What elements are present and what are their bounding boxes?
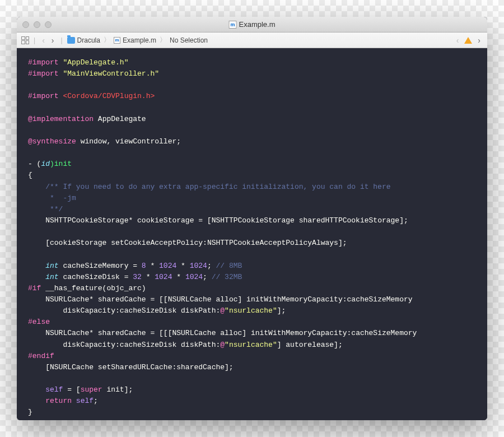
warning-icon[interactable] bbox=[464, 37, 472, 44]
zoom-button[interactable] bbox=[45, 21, 52, 28]
minimize-button[interactable] bbox=[34, 21, 40, 28]
breadcrumb-project[interactable]: Dracula bbox=[77, 36, 100, 44]
separator: | bbox=[34, 36, 35, 44]
project-icon bbox=[67, 37, 75, 44]
chevron-right-icon: 〉 bbox=[160, 35, 166, 45]
chevron-right-icon: 〉 bbox=[104, 35, 110, 45]
xcode-window: m Example.m | ‹ › | Dracula 〉 m Example.… bbox=[17, 17, 487, 420]
breadcrumb-bar: | ‹ › | Dracula 〉 m Example.m 〉 No Selec… bbox=[17, 32, 487, 48]
breadcrumb-selection[interactable]: No Selection bbox=[170, 36, 208, 44]
forward-button[interactable]: › bbox=[49, 36, 57, 45]
breadcrumb-file[interactable]: Example.m bbox=[123, 36, 156, 44]
prev-issue-button[interactable]: ‹ bbox=[454, 36, 461, 45]
file-icon: m bbox=[228, 21, 236, 29]
title-text: Example.m bbox=[239, 20, 275, 29]
back-button[interactable]: ‹ bbox=[40, 36, 47, 45]
close-button[interactable] bbox=[22, 21, 29, 28]
next-issue-button[interactable]: › bbox=[475, 36, 483, 45]
separator: | bbox=[60, 36, 62, 44]
file-icon: m bbox=[114, 37, 120, 44]
code-editor[interactable]: #import "AppDelegate.h" #import "MainVie… bbox=[17, 48, 487, 420]
window-title: m Example.m bbox=[228, 20, 275, 29]
titlebar: m Example.m bbox=[17, 17, 487, 32]
traffic-lights bbox=[22, 21, 52, 28]
related-items-icon[interactable] bbox=[21, 36, 29, 44]
